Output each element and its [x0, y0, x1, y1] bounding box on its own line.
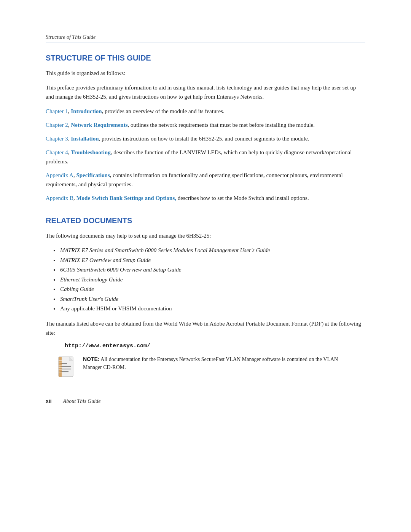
appendix-a-bold[interactable]: Specifications	[76, 172, 110, 178]
url-text: http://www.enterasys.com/	[65, 343, 365, 349]
chapter-4-bold[interactable]: Troubleshooting	[71, 149, 110, 155]
list-item: Any applicable HSIM or VHSIM documentati…	[53, 304, 365, 314]
svg-rect-7	[59, 357, 62, 377]
chapter-3-paragraph: Chapter 3, Installation, provides instru…	[46, 134, 365, 143]
list-item: Cabling Guide	[53, 284, 365, 294]
list-item: SmartTrunk User's Guide	[53, 294, 365, 304]
appendix-b-bold[interactable]: Mode Switch Bank Settings and Options,	[76, 195, 176, 201]
note-body: All documentation for the Enterasys Netw…	[83, 356, 338, 371]
documents-list: MATRIX E7 Series and SmartSwitch 6000 Se…	[53, 246, 365, 314]
chapter-1-link[interactable]: Chapter 1	[46, 108, 68, 114]
chapter-2-link[interactable]: Chapter 2	[46, 122, 68, 128]
header: Structure of This Guide	[46, 34, 365, 43]
footer: xii About This Guide	[46, 395, 365, 404]
chapter-1-paragraph: Chapter 1, Introduction, provides an ove…	[46, 107, 365, 116]
chapter-4-paragraph: Chapter 4, Troubleshooting, describes th…	[46, 148, 365, 166]
related-documents-section: RELATED DOCUMENTS The following document…	[46, 216, 365, 380]
note-icon	[57, 356, 77, 380]
chapter-3-link[interactable]: Chapter 3	[46, 136, 68, 142]
footer-page-number: xii	[46, 398, 52, 404]
note-label: NOTE:	[83, 356, 100, 362]
related-title: RELATED DOCUMENTS	[46, 216, 365, 225]
chapter-2-paragraph: Chapter 2, Network Requirements, outline…	[46, 120, 365, 129]
document-icon	[57, 356, 77, 380]
chapter-4-link[interactable]: Chapter 4	[46, 149, 68, 155]
structure-title: STRUCTURE OF THIS GUIDE	[46, 54, 365, 62]
related-intro: The following documents may help to set …	[46, 231, 365, 240]
appendix-b-paragraph: Appendix B, Mode Switch Bank Settings an…	[46, 193, 365, 203]
chapter-1-bold[interactable]: Introduction	[71, 108, 102, 114]
note-content: NOTE: All documentation for the Enterasy…	[83, 355, 354, 372]
appendix-b-link[interactable]: Appendix B	[46, 195, 73, 201]
note-box: NOTE: All documentation for the Enterasy…	[57, 355, 354, 380]
list-item: MATRIX E7 Overview and Setup Guide	[53, 256, 365, 265]
intro-paragraph-2: This preface provides preliminary inform…	[46, 83, 365, 101]
page: Structure of This Guide STRUCTURE OF THI…	[0, 0, 411, 532]
chapter-2-bold[interactable]: Network Requirements	[71, 122, 127, 128]
appendix-a-paragraph: Appendix A, Specifications, contains inf…	[46, 171, 365, 189]
intro-paragraph-1: This guide is organized as follows:	[46, 69, 365, 78]
header-text: Structure of This Guide	[46, 34, 96, 40]
list-item: Ethernet Technology Guide	[53, 275, 365, 285]
closing-text: The manuals listed above can be obtained…	[46, 319, 365, 337]
list-item: MATRIX E7 Series and SmartSwitch 6000 Se…	[53, 246, 365, 256]
chapter-3-bold[interactable]: Installation	[71, 136, 99, 142]
list-item: 6C105 SmartSwitch 6000 Overview and Setu…	[53, 265, 365, 275]
footer-section-name: About This Guide	[63, 398, 101, 404]
appendix-a-link[interactable]: Appendix A	[46, 172, 73, 178]
structure-section: STRUCTURE OF THIS GUIDE This guide is or…	[46, 54, 365, 203]
